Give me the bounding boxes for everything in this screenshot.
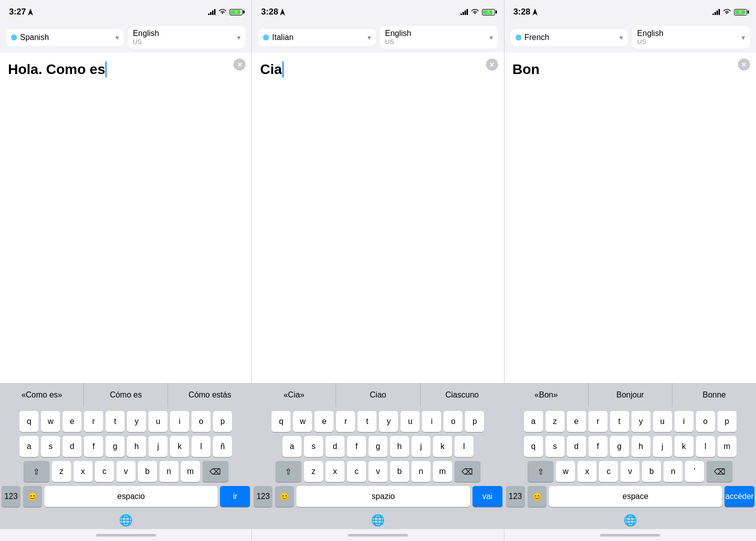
target-language-selector[interactable]: English US ▾ xyxy=(632,26,750,48)
key-x[interactable]: x xyxy=(74,461,92,482)
key-u[interactable]: u xyxy=(653,411,672,432)
key-i[interactable]: i xyxy=(422,411,441,432)
key-k[interactable]: k xyxy=(170,436,189,457)
key-u[interactable]: u xyxy=(148,411,168,432)
key-a[interactable]: a xyxy=(20,436,38,457)
key-r[interactable]: r xyxy=(588,411,608,432)
key-v[interactable]: v xyxy=(116,461,136,482)
key-c[interactable]: c xyxy=(347,461,366,482)
numbers-key[interactable]: 123 xyxy=(254,486,272,507)
key-u[interactable]: u xyxy=(400,411,420,432)
backspace-key[interactable]: ⌫ xyxy=(454,461,480,482)
key-j[interactable]: j xyxy=(412,436,430,457)
emoji-key[interactable]: 😊 xyxy=(275,486,294,507)
shift-key[interactable]: ⇧ xyxy=(528,461,554,482)
text-input-area[interactable]: ✕Hola. Como es xyxy=(0,52,252,383)
key-a[interactable]: a xyxy=(282,436,302,457)
key-c[interactable]: c xyxy=(95,461,114,482)
numbers-key[interactable]: 123 xyxy=(2,486,20,507)
key-q[interactable]: q xyxy=(20,411,38,432)
key-s[interactable]: s xyxy=(546,436,564,457)
target-language-selector[interactable]: English US ▾ xyxy=(380,26,498,48)
key-z[interactable]: z xyxy=(304,461,323,482)
shift-key[interactable]: ⇧ xyxy=(276,461,302,482)
emoji-key[interactable]: 😊 xyxy=(528,486,546,507)
key-j[interactable]: j xyxy=(148,436,168,457)
key-n[interactable]: n xyxy=(412,461,430,482)
numbers-key[interactable]: 123 xyxy=(506,486,525,507)
key-m[interactable]: m xyxy=(718,436,736,457)
globe-icon[interactable]: 🌐 xyxy=(371,514,384,527)
key-b[interactable]: b xyxy=(642,461,661,482)
clear-button[interactable]: ✕ xyxy=(234,58,246,70)
backspace-key[interactable]: ⌫ xyxy=(202,461,228,482)
key-e[interactable]: e xyxy=(62,411,82,432)
key-l[interactable]: l xyxy=(696,436,715,457)
key-f[interactable]: f xyxy=(84,436,103,457)
key-g[interactable]: g xyxy=(106,436,124,457)
shift-key[interactable]: ⇧ xyxy=(24,461,50,482)
key-p[interactable]: p xyxy=(213,411,232,432)
key-p[interactable]: p xyxy=(718,411,736,432)
emoji-key[interactable]: 😊 xyxy=(23,486,42,507)
key-b[interactable]: b xyxy=(138,461,157,482)
key-s[interactable]: s xyxy=(41,436,60,457)
source-language-selector[interactable]: Spanish ▾ xyxy=(6,29,124,46)
key-'[interactable]: ' xyxy=(685,461,704,482)
key-o[interactable]: o xyxy=(192,411,210,432)
source-language-selector[interactable]: French ▾ xyxy=(510,29,628,46)
key-d[interactable]: d xyxy=(326,436,344,457)
key-j[interactable]: j xyxy=(653,436,672,457)
key-t[interactable]: t xyxy=(106,411,124,432)
suggestion-1[interactable]: Ciao xyxy=(336,383,420,407)
key-q[interactable]: q xyxy=(524,436,543,457)
key-l[interactable]: l xyxy=(454,436,474,457)
clear-button[interactable]: ✕ xyxy=(486,58,498,70)
key-y[interactable]: y xyxy=(632,411,650,432)
key-t[interactable]: t xyxy=(610,411,629,432)
globe-icon[interactable]: 🌐 xyxy=(624,514,637,527)
key-t[interactable]: t xyxy=(358,411,376,432)
key-n[interactable]: n xyxy=(664,461,682,482)
key-r[interactable]: r xyxy=(84,411,103,432)
space-key[interactable]: spazio xyxy=(296,486,470,507)
action-key[interactable]: vai xyxy=(472,486,502,507)
backspace-key[interactable]: ⌫ xyxy=(706,461,732,482)
suggestion-0[interactable]: «Cia» xyxy=(252,383,336,407)
key-z[interactable]: z xyxy=(52,461,71,482)
space-key[interactable]: espace xyxy=(549,486,722,507)
key-a[interactable]: a xyxy=(524,411,543,432)
key-o[interactable]: o xyxy=(696,411,715,432)
clear-button[interactable]: ✕ xyxy=(738,58,750,70)
key-v[interactable]: v xyxy=(368,461,388,482)
key-n[interactable]: n xyxy=(160,461,178,482)
suggestion-2[interactable]: Cómo estás xyxy=(168,383,252,407)
text-input-area[interactable]: ✕Bon xyxy=(504,52,756,383)
key-h[interactable]: h xyxy=(127,436,146,457)
key-x[interactable]: x xyxy=(578,461,596,482)
key-g[interactable]: g xyxy=(610,436,629,457)
key-e[interactable]: e xyxy=(314,411,334,432)
globe-icon[interactable]: 🌐 xyxy=(119,514,132,527)
key-q[interactable]: q xyxy=(272,411,290,432)
key-e[interactable]: e xyxy=(567,411,586,432)
key-w[interactable]: w xyxy=(556,461,575,482)
key-d[interactable]: d xyxy=(567,436,586,457)
key-i[interactable]: i xyxy=(674,411,694,432)
key-p[interactable]: p xyxy=(465,411,484,432)
key-ñ[interactable]: ñ xyxy=(213,436,232,457)
action-key[interactable]: ir xyxy=(220,486,250,507)
key-w[interactable]: w xyxy=(293,411,312,432)
space-key[interactable]: espacio xyxy=(44,486,218,507)
key-r[interactable]: r xyxy=(336,411,355,432)
text-input-area[interactable]: ✕Cia xyxy=(252,52,504,383)
key-d[interactable]: d xyxy=(62,436,82,457)
key-x[interactable]: x xyxy=(326,461,344,482)
key-m[interactable]: m xyxy=(433,461,452,482)
key-c[interactable]: c xyxy=(599,461,618,482)
key-b[interactable]: b xyxy=(390,461,409,482)
key-s[interactable]: s xyxy=(304,436,323,457)
suggestion-1[interactable]: Bonjour xyxy=(588,383,672,407)
key-l[interactable]: l xyxy=(192,436,210,457)
key-k[interactable]: k xyxy=(674,436,694,457)
